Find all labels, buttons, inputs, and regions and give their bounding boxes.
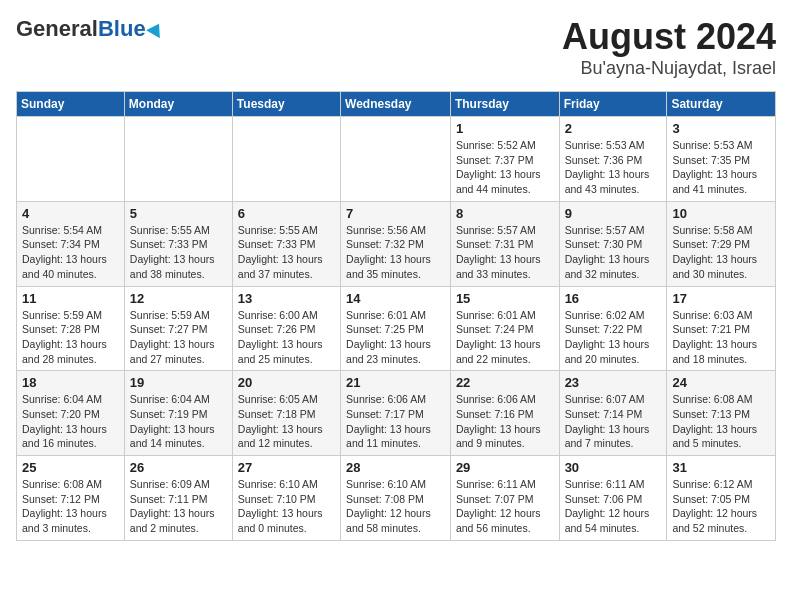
calendar-cell: 26Sunrise: 6:09 AM Sunset: 7:11 PM Dayli… [124,456,232,541]
day-info: Sunrise: 5:58 AM Sunset: 7:29 PM Dayligh… [672,223,770,282]
day-info: Sunrise: 6:06 AM Sunset: 7:16 PM Dayligh… [456,392,554,451]
calendar-cell: 24Sunrise: 6:08 AM Sunset: 7:13 PM Dayli… [667,371,776,456]
weekday-header-sunday: Sunday [17,92,125,117]
logo-blue-text: Blue [98,16,146,42]
day-info: Sunrise: 6:03 AM Sunset: 7:21 PM Dayligh… [672,308,770,367]
calendar-cell: 6Sunrise: 5:55 AM Sunset: 7:33 PM Daylig… [232,201,340,286]
calendar-cell: 7Sunrise: 5:56 AM Sunset: 7:32 PM Daylig… [341,201,451,286]
day-number: 23 [565,375,662,390]
calendar-cell: 4Sunrise: 5:54 AM Sunset: 7:34 PM Daylig… [17,201,125,286]
weekday-header-saturday: Saturday [667,92,776,117]
day-number: 20 [238,375,335,390]
day-number: 1 [456,121,554,136]
day-number: 19 [130,375,227,390]
calendar-cell: 25Sunrise: 6:08 AM Sunset: 7:12 PM Dayli… [17,456,125,541]
calendar-cell: 27Sunrise: 6:10 AM Sunset: 7:10 PM Dayli… [232,456,340,541]
day-info: Sunrise: 6:11 AM Sunset: 7:07 PM Dayligh… [456,477,554,536]
day-number: 12 [130,291,227,306]
calendar-week-row: 4Sunrise: 5:54 AM Sunset: 7:34 PM Daylig… [17,201,776,286]
day-info: Sunrise: 6:06 AM Sunset: 7:17 PM Dayligh… [346,392,445,451]
day-number: 8 [456,206,554,221]
calendar-cell: 9Sunrise: 5:57 AM Sunset: 7:30 PM Daylig… [559,201,667,286]
day-number: 22 [456,375,554,390]
day-number: 18 [22,375,119,390]
calendar-cell: 15Sunrise: 6:01 AM Sunset: 7:24 PM Dayli… [450,286,559,371]
calendar-cell: 5Sunrise: 5:55 AM Sunset: 7:33 PM Daylig… [124,201,232,286]
calendar-cell: 14Sunrise: 6:01 AM Sunset: 7:25 PM Dayli… [341,286,451,371]
calendar-table: SundayMondayTuesdayWednesdayThursdayFrid… [16,91,776,541]
calendar-cell: 29Sunrise: 6:11 AM Sunset: 7:07 PM Dayli… [450,456,559,541]
calendar-cell [341,117,451,202]
day-info: Sunrise: 6:02 AM Sunset: 7:22 PM Dayligh… [565,308,662,367]
day-info: Sunrise: 5:57 AM Sunset: 7:31 PM Dayligh… [456,223,554,282]
day-number: 21 [346,375,445,390]
calendar-week-row: 25Sunrise: 6:08 AM Sunset: 7:12 PM Dayli… [17,456,776,541]
day-number: 14 [346,291,445,306]
calendar-cell: 16Sunrise: 6:02 AM Sunset: 7:22 PM Dayli… [559,286,667,371]
day-info: Sunrise: 6:10 AM Sunset: 7:08 PM Dayligh… [346,477,445,536]
day-info: Sunrise: 6:01 AM Sunset: 7:24 PM Dayligh… [456,308,554,367]
calendar-cell [232,117,340,202]
day-number: 13 [238,291,335,306]
day-info: Sunrise: 6:05 AM Sunset: 7:18 PM Dayligh… [238,392,335,451]
calendar-cell: 13Sunrise: 6:00 AM Sunset: 7:26 PM Dayli… [232,286,340,371]
calendar-week-row: 18Sunrise: 6:04 AM Sunset: 7:20 PM Dayli… [17,371,776,456]
day-info: Sunrise: 6:09 AM Sunset: 7:11 PM Dayligh… [130,477,227,536]
calendar-cell: 22Sunrise: 6:06 AM Sunset: 7:16 PM Dayli… [450,371,559,456]
calendar-cell: 28Sunrise: 6:10 AM Sunset: 7:08 PM Dayli… [341,456,451,541]
day-info: Sunrise: 5:57 AM Sunset: 7:30 PM Dayligh… [565,223,662,282]
calendar-cell: 1Sunrise: 5:52 AM Sunset: 7:37 PM Daylig… [450,117,559,202]
day-info: Sunrise: 6:04 AM Sunset: 7:19 PM Dayligh… [130,392,227,451]
day-info: Sunrise: 5:53 AM Sunset: 7:35 PM Dayligh… [672,138,770,197]
day-info: Sunrise: 6:01 AM Sunset: 7:25 PM Dayligh… [346,308,445,367]
weekday-header-wednesday: Wednesday [341,92,451,117]
day-number: 11 [22,291,119,306]
day-info: Sunrise: 6:08 AM Sunset: 7:12 PM Dayligh… [22,477,119,536]
day-info: Sunrise: 5:55 AM Sunset: 7:33 PM Dayligh… [130,223,227,282]
day-number: 15 [456,291,554,306]
day-info: Sunrise: 5:55 AM Sunset: 7:33 PM Dayligh… [238,223,335,282]
weekday-header-row: SundayMondayTuesdayWednesdayThursdayFrid… [17,92,776,117]
calendar-cell: 20Sunrise: 6:05 AM Sunset: 7:18 PM Dayli… [232,371,340,456]
calendar-subtitle: Bu'ayna-Nujaydat, Israel [562,58,776,79]
day-info: Sunrise: 6:12 AM Sunset: 7:05 PM Dayligh… [672,477,770,536]
day-info: Sunrise: 6:10 AM Sunset: 7:10 PM Dayligh… [238,477,335,536]
day-number: 4 [22,206,119,221]
weekday-header-tuesday: Tuesday [232,92,340,117]
calendar-week-row: 1Sunrise: 5:52 AM Sunset: 7:37 PM Daylig… [17,117,776,202]
calendar-cell: 12Sunrise: 5:59 AM Sunset: 7:27 PM Dayli… [124,286,232,371]
day-number: 26 [130,460,227,475]
day-number: 24 [672,375,770,390]
calendar-cell: 21Sunrise: 6:06 AM Sunset: 7:17 PM Dayli… [341,371,451,456]
day-info: Sunrise: 5:52 AM Sunset: 7:37 PM Dayligh… [456,138,554,197]
day-number: 5 [130,206,227,221]
calendar-cell: 3Sunrise: 5:53 AM Sunset: 7:35 PM Daylig… [667,117,776,202]
day-number: 10 [672,206,770,221]
day-info: Sunrise: 5:54 AM Sunset: 7:34 PM Dayligh… [22,223,119,282]
calendar-cell: 23Sunrise: 6:07 AM Sunset: 7:14 PM Dayli… [559,371,667,456]
day-info: Sunrise: 6:00 AM Sunset: 7:26 PM Dayligh… [238,308,335,367]
calendar-cell: 8Sunrise: 5:57 AM Sunset: 7:31 PM Daylig… [450,201,559,286]
day-number: 29 [456,460,554,475]
day-info: Sunrise: 5:59 AM Sunset: 7:28 PM Dayligh… [22,308,119,367]
day-number: 2 [565,121,662,136]
calendar-title: August 2024 [562,16,776,58]
day-number: 6 [238,206,335,221]
logo-bird-icon [146,20,166,38]
day-number: 17 [672,291,770,306]
calendar-cell: 10Sunrise: 5:58 AM Sunset: 7:29 PM Dayli… [667,201,776,286]
logo-general-text: General [16,16,98,42]
calendar-cell: 19Sunrise: 6:04 AM Sunset: 7:19 PM Dayli… [124,371,232,456]
calendar-cell: 2Sunrise: 5:53 AM Sunset: 7:36 PM Daylig… [559,117,667,202]
calendar-cell [124,117,232,202]
day-number: 31 [672,460,770,475]
weekday-header-thursday: Thursday [450,92,559,117]
day-number: 9 [565,206,662,221]
day-number: 3 [672,121,770,136]
day-number: 25 [22,460,119,475]
title-block: August 2024 Bu'ayna-Nujaydat, Israel [562,16,776,79]
day-info: Sunrise: 6:08 AM Sunset: 7:13 PM Dayligh… [672,392,770,451]
calendar-cell: 30Sunrise: 6:11 AM Sunset: 7:06 PM Dayli… [559,456,667,541]
day-info: Sunrise: 5:59 AM Sunset: 7:27 PM Dayligh… [130,308,227,367]
day-number: 27 [238,460,335,475]
